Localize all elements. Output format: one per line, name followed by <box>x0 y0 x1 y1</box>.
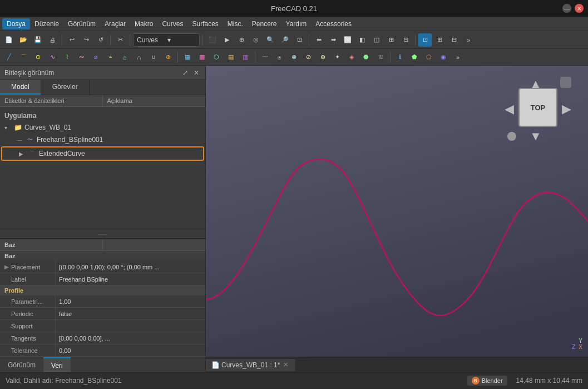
nav-corner-sphere[interactable] <box>507 132 516 141</box>
panel-expand-button[interactable]: ⤢ <box>181 68 190 77</box>
misc-tool-7[interactable]: ◈ <box>345 51 358 64</box>
nav-btn-6[interactable]: ⊞ <box>384 33 398 47</box>
props-key-label: Label <box>0 273 56 285</box>
tree-item-curves-wb[interactable]: ▾ 📁 Curves_WB_01 <box>0 121 205 134</box>
view-tab-gorunum[interactable]: Görünüm <box>0 357 43 372</box>
tab-gorevler[interactable]: Görevler <box>41 80 90 95</box>
view-btn-3[interactable]: ⊕ <box>235 33 248 47</box>
view-btn-1[interactable]: ⬛ <box>206 33 219 47</box>
panel-close-button[interactable]: ✕ <box>192 68 201 77</box>
curve-tool-12[interactable]: ⊕ <box>161 51 175 64</box>
surface-tool-2[interactable]: ▩ <box>195 51 209 64</box>
nav-arrow-down[interactable]: ▼ <box>530 129 542 144</box>
menu-gorunum[interactable]: Görünüm <box>63 18 100 29</box>
minimize-button[interactable]: — <box>562 4 571 13</box>
props-row-tolerance[interactable]: Tolerance 0,00 <box>0 344 205 357</box>
top-tab-bar: Model Görevler <box>0 80 205 95</box>
misc-tool-1[interactable]: ⋯ <box>258 51 271 64</box>
menu-curves[interactable]: Curves <box>157 18 187 29</box>
curve-tool-8[interactable]: ⌁ <box>103 51 117 64</box>
tab-model[interactable]: Model <box>0 80 41 95</box>
props-row-parametri[interactable]: Parametri... 1,00 <box>0 296 205 308</box>
info-btn[interactable]: ℹ <box>393 51 407 64</box>
misc-tool-3[interactable]: ⊗ <box>287 51 300 64</box>
blender-badge[interactable]: B Blender <box>467 376 507 386</box>
misc-tool-2[interactable]: ⍟ <box>273 51 286 64</box>
undo-button[interactable]: ↩ <box>65 33 78 47</box>
props-row-support[interactable]: Support <box>0 320 205 332</box>
surface-tool-1[interactable]: ▦ <box>181 51 194 64</box>
shape-btn-3[interactable]: ◉ <box>437 51 450 64</box>
viewport-tab[interactable]: 📄 Curves_WB_01 : 1* ✕ <box>206 359 295 371</box>
ortho-btn[interactable]: ⊞ <box>433 33 446 47</box>
props-row-tangents[interactable]: Tangents [0,00 0,00 0,00], ... <box>0 332 205 344</box>
misc-tool-4[interactable]: ⊘ <box>302 51 315 64</box>
save-button[interactable]: 💾 <box>31 33 45 47</box>
viewport-tab-close-button[interactable]: ✕ <box>282 361 289 368</box>
curve-tool-7[interactable]: ⌀ <box>89 51 102 64</box>
menu-dosya[interactable]: Dosya <box>2 18 30 29</box>
refresh-button[interactable]: ↺ <box>94 33 107 47</box>
surface-tool-4[interactable]: ▤ <box>224 51 238 64</box>
navigation-cube[interactable]: ▲ ▼ ◀ ▶ TOP <box>505 77 571 144</box>
workbench-dropdown[interactable]: Curves ▾ <box>133 33 200 47</box>
curve-tool-6[interactable]: ∾ <box>75 51 88 64</box>
curve-tool-2[interactable]: ⌒ <box>17 51 30 64</box>
curve-tool-4[interactable]: ∿ <box>46 51 59 64</box>
misc-tool-6[interactable]: ✦ <box>330 51 344 64</box>
3d-viewport[interactable]: ▲ ▼ ◀ ▶ TOP Y Z X 📄 Curves_WB_01 : 1* ✕ <box>206 66 588 372</box>
cut-button[interactable]: ✂ <box>113 33 127 47</box>
misc-tool-5[interactable]: ⊛ <box>316 51 329 64</box>
new-button[interactable]: 📄 <box>2 33 16 47</box>
tree-item-extended-curve[interactable]: ▶ ⌒ ExtendedCurve <box>1 146 204 161</box>
nav-arrow-left[interactable]: ◀ <box>505 102 514 116</box>
misc-tool-9[interactable]: ≋ <box>374 51 387 64</box>
surface-tool-3[interactable]: ⬡ <box>210 51 223 64</box>
curve-tool-9[interactable]: ⌂ <box>118 51 131 64</box>
props-row-placement[interactable]: ▶ Placement [(0,00 0,00 1,00); 0,00 °; (… <box>0 261 205 273</box>
menu-surfaces[interactable]: Surfaces <box>187 18 223 29</box>
view-btn-5[interactable]: 🔍 <box>264 33 277 47</box>
redo-button[interactable]: ↪ <box>80 33 93 47</box>
nav-btn-5[interactable]: ◫ <box>370 33 383 47</box>
nav-arrow-right[interactable]: ▶ <box>562 102 571 116</box>
curve-tool-11[interactable]: ∪ <box>147 51 160 64</box>
menu-pencere[interactable]: Pencere <box>248 18 281 29</box>
nav-btn-1[interactable]: ⬅ <box>312 33 325 47</box>
misc-tool-8[interactable]: ⬣ <box>359 51 373 64</box>
nav-btn-4[interactable]: ◧ <box>355 33 369 47</box>
props-row-label[interactable]: Label Freehand BSpline <box>0 273 205 285</box>
tree-item-freehand[interactable]: — 〜 Freehand_BSpline001 <box>0 134 205 146</box>
shape-btn-2[interactable]: ⬠ <box>422 51 436 64</box>
view-btn-2[interactable]: ▶ <box>220 33 234 47</box>
menu-yardim[interactable]: Yardım <box>281 18 312 29</box>
close-button[interactable]: ✕ <box>575 4 584 13</box>
nav-btn-7[interactable]: ⊟ <box>399 33 412 47</box>
menu-misc[interactable]: Misc. <box>223 18 248 29</box>
shape-btn-1[interactable]: ⬟ <box>408 51 421 64</box>
curve-tool-10[interactable]: ∩ <box>132 51 146 64</box>
stereo-btn[interactable]: ⊟ <box>447 33 461 47</box>
view-btn-7[interactable]: ⊡ <box>293 33 306 47</box>
menu-makro[interactable]: Makro <box>130 18 157 29</box>
sep-4 <box>202 35 203 46</box>
nav-btn-3[interactable]: ⬜ <box>341 33 354 47</box>
perspective-btn[interactable]: ⊡ <box>418 33 432 47</box>
menu-accessories[interactable]: Accessories <box>311 18 356 29</box>
curve-tool-3[interactable]: ⊙ <box>31 51 45 64</box>
view-btn-4[interactable]: ◎ <box>249 33 263 47</box>
curve-tool-5[interactable]: ⌇ <box>60 51 73 64</box>
open-button[interactable]: 📂 <box>17 33 30 47</box>
curve-tool-1[interactable]: ╱ <box>2 51 16 64</box>
more-btn[interactable]: » <box>462 33 475 47</box>
surface-tool-5[interactable]: ▥ <box>239 51 252 64</box>
nav-cube-top-face[interactable]: TOP <box>518 88 557 127</box>
props-row-periodic[interactable]: Periodic false <box>0 308 205 320</box>
nav-btn-2[interactable]: ➡ <box>327 33 340 47</box>
menu-duzenle[interactable]: Düzenle <box>30 18 63 29</box>
menu-araclar[interactable]: Araçlar <box>100 18 130 29</box>
view-tab-veri[interactable]: Veri <box>43 357 71 372</box>
extra-btn[interactable]: » <box>451 51 465 64</box>
print-button[interactable]: 🖨 <box>46 33 59 47</box>
view-btn-6[interactable]: 🔎 <box>278 33 291 47</box>
